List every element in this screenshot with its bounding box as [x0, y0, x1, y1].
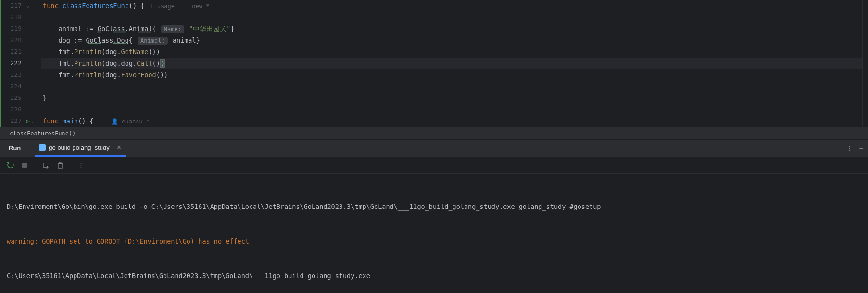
line-number: 227	[1, 115, 22, 127]
clear-all-icon[interactable]	[56, 161, 64, 169]
console-command: D:\Enviroment\Go\bin\go.exe build -o C:\…	[7, 201, 861, 212]
svg-rect-1	[58, 164, 62, 168]
type-ref-animal[interactable]: GoClass.Animal	[98, 25, 152, 33]
line-number-gutter: 217 218 219 220 221 222 223 224 225 226 …	[0, 0, 26, 127]
line-number: 218	[1, 12, 22, 23]
line-number: 217	[1, 0, 22, 12]
console-warning: warning: GOPATH set to GOROOT (D:\Enviro…	[7, 235, 861, 247]
method-println: Println	[74, 71, 101, 79]
line-number: 223	[1, 69, 22, 81]
more-actions-icon[interactable]: ⋮	[78, 161, 84, 169]
run-gutter-icon[interactable]: ▷⌄	[26, 115, 41, 127]
code-content[interactable]: func classFeaturesFunc() {1 usage new * …	[41, 0, 868, 127]
func-name: classFeaturesFunc	[63, 2, 129, 10]
breadcrumb-bar[interactable]: classFeaturesFunc()	[0, 127, 868, 139]
run-tool-title: Run	[9, 145, 21, 152]
code-editor[interactable]: 217 218 219 220 221 222 223 224 225 226 …	[0, 0, 868, 127]
close-tab-icon[interactable]: ✕	[116, 144, 122, 151]
run-config-tab[interactable]: go build golang_study ✕	[35, 140, 126, 157]
stop-button[interactable]	[21, 162, 28, 169]
run-tab-label: go build golang_study	[49, 144, 110, 151]
keyword-func: func	[43, 117, 59, 125]
method-call: Call	[137, 60, 152, 67]
line-number: 220	[1, 35, 22, 46]
line-number: 219	[1, 23, 22, 35]
type-ref-dog[interactable]: GoClass.Dog	[86, 37, 128, 44]
string-literal: "中华田园犬"	[189, 25, 230, 33]
line-number: 226	[1, 104, 22, 115]
author-hint: 👤 euansu *	[111, 118, 150, 125]
run-toolbar: ⋮	[0, 157, 868, 174]
method-println: Println	[74, 48, 101, 56]
line-number-current: 222	[1, 58, 22, 69]
usage-hint[interactable]: 1 usage	[150, 3, 175, 10]
run-tool-header: Run go build golang_study ✕ ⋮ —	[0, 139, 868, 157]
toolbar-separator	[71, 160, 71, 170]
right-margin-line	[666, 0, 666, 127]
keyword-func: func	[43, 2, 59, 10]
scroll-to-end-icon[interactable]	[42, 161, 50, 169]
method-println: Println	[74, 60, 101, 67]
method-favorfood: FavorFood	[121, 71, 156, 79]
line-number: 224	[1, 81, 22, 92]
line-number: 221	[1, 46, 22, 58]
console-output[interactable]: D:\Enviroment\Go\bin\go.exe build -o C:\…	[0, 174, 868, 293]
new-hint: new *	[192, 3, 209, 10]
rerun-button[interactable]	[7, 161, 14, 169]
breadcrumb-item[interactable]: classFeaturesFunc()	[10, 130, 75, 137]
func-name-main: main	[63, 117, 78, 125]
param-hint-name: Name:	[161, 25, 184, 33]
bracket-open: (dog.	[101, 60, 121, 67]
more-options-icon[interactable]: ⋮	[846, 145, 853, 152]
go-icon	[39, 144, 46, 151]
param-hint-animal: Animal:	[138, 37, 168, 45]
fold-chevron-icon[interactable]: ⌄	[26, 0, 41, 12]
fold-column: ⌄ ▷⌄	[26, 0, 41, 127]
preview-scrollbar[interactable]	[862, 0, 868, 127]
method-getname: GetName	[121, 48, 149, 56]
hide-panel-icon[interactable]: —	[859, 145, 863, 152]
console-exec-path: C:\Users\35161\AppData\Local\JetBrains\G…	[7, 270, 861, 281]
svg-rect-0	[22, 163, 27, 168]
bracket-close: )	[160, 59, 165, 68]
line-number: 225	[1, 92, 22, 104]
toolbar-separator	[35, 160, 35, 170]
